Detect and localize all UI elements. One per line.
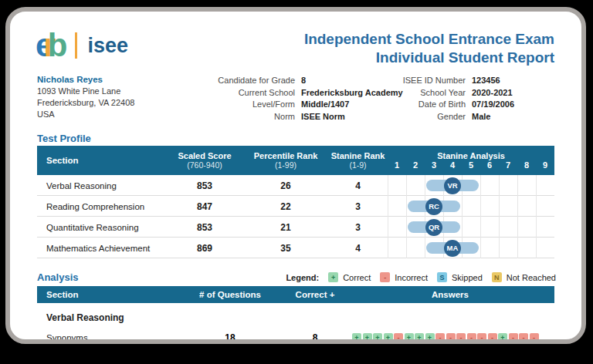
answers-cells: ++++-+++------+---: [346, 333, 554, 342]
legend-item-incorrect: - Incorrect: [380, 272, 428, 282]
column-header-correct: Correct +: [284, 290, 346, 299]
section-name: Reading Comprehension: [37, 202, 166, 211]
stanine-marker: QR: [425, 219, 442, 236]
stanine-marker: VR: [444, 177, 461, 194]
answer-cell: -: [456, 333, 466, 342]
analysis-heading: Analysis: [37, 271, 78, 283]
stanine-grid-cell: [536, 217, 554, 238]
report-window: erb isee Independent School Entrance Exa…: [5, 7, 586, 344]
legend-label: Not Reached: [507, 273, 556, 282]
stanine-grid-cell: [406, 175, 425, 196]
legend-item-skipped: S Skipped: [437, 272, 483, 282]
stanine-number: 5: [462, 160, 480, 170]
stanine-grid-cell: [480, 217, 499, 238]
legend-item-correct: + Correct: [328, 272, 371, 282]
logo-divider: [75, 32, 77, 59]
stanine-marker: RC: [425, 198, 442, 215]
percentile-value: 22: [243, 201, 328, 212]
table-row: Synonyms 18 8 ++++-+++------+---: [37, 328, 554, 344]
table-row: Quantitative Reasoning 853 21 3 QR: [37, 217, 554, 238]
skipped-swatch-icon: S: [437, 272, 447, 282]
answer-cell: -: [488, 333, 497, 342]
answer-cell: -: [477, 333, 486, 342]
correct-count: 8: [284, 332, 346, 343]
analysis-table: Section # of Questions Correct + Answers…: [37, 286, 554, 344]
answer-cell: -: [519, 333, 528, 342]
stanine-grid-cell: [499, 217, 517, 238]
column-header-percentile-rank: Percentile Rank (1-99): [243, 151, 328, 170]
field-label: ISEE ID Number: [381, 75, 466, 86]
stanine-grid-cell: [499, 175, 517, 196]
stanine-grid-cell: [388, 196, 406, 217]
stanine-grid-cell: [388, 175, 406, 196]
stanine-marker: MA: [444, 240, 461, 257]
answer-cell: +: [425, 333, 435, 342]
section-name: Mathematics Achievement: [37, 244, 166, 253]
percentile-value: 35: [243, 243, 328, 254]
erb-isee-logo: erb isee: [36, 29, 128, 62]
column-header-section: Section: [37, 156, 166, 165]
report-page: erb isee Independent School Entrance Exa…: [10, 12, 581, 339]
field-label: Candidate for Grade: [187, 75, 295, 86]
stanine-number: 4: [443, 160, 462, 170]
test-profile-heading: Test Profile: [37, 133, 91, 144]
stanine-grid-cell: [517, 175, 536, 196]
stanine-band-chart: VR: [388, 175, 554, 196]
stanine-number: 7: [499, 160, 517, 170]
scaled-score-value: 869: [166, 243, 243, 254]
legend-label: Correct: [343, 273, 371, 282]
answer-cell: +: [415, 333, 424, 342]
test-profile-table-header: Section Scaled Score (760-940) Percentil…: [37, 146, 554, 175]
answer-cell: -: [530, 333, 539, 342]
field-label: School Year: [381, 87, 466, 99]
isee-wordmark: isee: [87, 34, 128, 58]
student-address-line: USA: [37, 109, 134, 120]
student-address-line: Fredericksburg, VA 22408: [37, 97, 134, 109]
column-header-stanine-analysis: Stanine Analysis 123456789: [388, 151, 554, 170]
column-header-section: Section: [37, 290, 176, 299]
column-header-stanine-rank: Stanine Rank (1-9): [328, 151, 388, 170]
test-profile-table: Section Scaled Score (760-940) Percentil…: [37, 146, 554, 258]
exam-info-block: ISEE ID Number123456 School Year2020-202…: [381, 75, 514, 122]
percentile-value: 21: [243, 222, 328, 233]
scaled-score-value: 847: [166, 201, 243, 212]
answer-cell: -: [467, 333, 476, 342]
stanine-number: 9: [536, 160, 554, 170]
stanine-grid-cell: [536, 196, 554, 217]
stanine-grid-cell: [517, 196, 536, 217]
field-label: Gender: [381, 111, 466, 123]
table-row: Reading Comprehension 847 22 3 RC: [37, 196, 554, 217]
stanine-value: 4: [328, 243, 388, 254]
field-value: 07/19/2006: [472, 99, 514, 110]
student-name: Nicholas Reyes: [37, 74, 134, 86]
stanine-band-chart: MA: [388, 238, 554, 258]
stanine-grid-cell: [517, 238, 536, 258]
report-title-line2: Individual Student Report: [304, 49, 554, 67]
stanine-grid-cell: [462, 217, 480, 238]
questions-count: 18: [176, 332, 284, 343]
answer-cell: +: [498, 333, 507, 342]
stanine-value: 4: [328, 180, 388, 191]
student-address-block: Nicholas Reyes 1093 White Pine Lane Fred…: [37, 74, 134, 120]
not-reached-swatch-icon: N: [492, 272, 502, 282]
percentile-value: 26: [243, 180, 328, 191]
stanine-grid-cell: [499, 196, 517, 217]
answer-cell: -: [509, 333, 518, 342]
report-title-line1: Independent School Entrance Exam: [304, 30, 554, 49]
stanine-band-chart: RC: [388, 196, 554, 217]
stanine-grid-cell: [536, 175, 554, 196]
student-address-line: 1093 White Pine Lane: [37, 86, 134, 97]
field-value: 123456: [472, 75, 514, 86]
stanine-grid-cell: [517, 217, 536, 238]
field-value: Male: [472, 111, 514, 123]
stanine-number: 8: [517, 160, 536, 170]
candidate-info-block: Candidate for Grade8 Current SchoolFrede…: [187, 75, 403, 122]
incorrect-swatch-icon: -: [380, 272, 390, 282]
stanine-value: 3: [328, 222, 388, 233]
subsection-name: Synonyms: [37, 333, 176, 342]
stanine-number: 1: [388, 160, 406, 170]
legend-item-not-reached: N Not Reached: [492, 272, 556, 282]
analysis-table-header: Section # of Questions Correct + Answers: [37, 286, 554, 303]
legend-label: Skipped: [452, 273, 483, 282]
field-value: 2020-2021: [472, 87, 514, 99]
